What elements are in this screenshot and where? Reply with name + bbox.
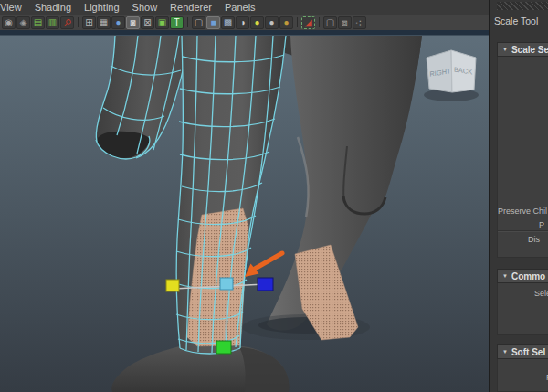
collapse-arrow-icon: ▼ (502, 47, 508, 52)
label-select: Sele (534, 289, 548, 298)
maya-window: ViewShadingLightingShowRendererPanels ◉◈… (0, 0, 548, 392)
select-camera-icon[interactable]: ◉ (2, 16, 16, 29)
menu-view[interactable]: View (0, 0, 28, 15)
frame-cube-icon[interactable]: ⧈ (338, 16, 352, 29)
image-plane-icon[interactable]: ▥ (46, 16, 59, 29)
resolution-gate-icon[interactable]: ● (111, 16, 125, 29)
section-header-soft-select[interactable]: ▼ Soft Sel (497, 344, 548, 359)
field-chart-icon[interactable]: ⊠ (141, 16, 154, 29)
panel-grip-texture[interactable] (497, 2, 548, 10)
light-yellow-sphere-icon[interactable]: ● (250, 16, 264, 29)
menu-renderer[interactable]: Renderer (163, 0, 218, 15)
label-preserve-children: Preserve Chil (498, 207, 547, 216)
manipulator-y-handle[interactable] (216, 341, 231, 354)
pan-hand-icon[interactable]: ◈ (16, 16, 30, 29)
section-body-soft-select: F (497, 359, 548, 392)
menu-panels[interactable]: Panels (218, 0, 262, 15)
collapse-arrow-icon: ▼ (502, 349, 508, 355)
light-gray-sphere-icon[interactable]: ● (265, 16, 279, 29)
checkered-sphere-icon[interactable]: ◑ (236, 16, 249, 29)
viewport-menubar: ViewShadingLightingShowRendererPanels (0, 0, 489, 15)
toolbar-separator (319, 17, 320, 27)
menu-show[interactable]: Show (126, 0, 164, 15)
collapse-arrow-icon: ▼ (502, 273, 508, 279)
section-body-common: Sele (497, 283, 548, 335)
gate-mask-icon[interactable]: ◙ (126, 16, 140, 29)
node-graph-icon[interactable]: ∴ (353, 16, 366, 29)
label-preserve-uvs: P (539, 220, 544, 229)
viewport-toolbar: ◉◈▤▥⚲⊞▦●◙⊠▣T▢■▩◑●●●◢▢⧈∴ (0, 15, 489, 30)
section-header-scale-settings[interactable]: ▼ Scale Se (497, 42, 548, 57)
safe-title-icon[interactable]: T (170, 16, 184, 29)
isolate-select-icon[interactable]: ◢ (301, 16, 315, 29)
toolbar-separator (187, 17, 188, 27)
active-view-highlight (0, 30, 489, 36)
manipulator-z-handle[interactable] (258, 278, 273, 291)
view-cube[interactable]: RIGHT BACK (424, 50, 479, 101)
section-header-common[interactable]: ▼ Commo (497, 269, 548, 283)
textured-cube-icon[interactable]: ▩ (221, 16, 235, 29)
menu-lighting[interactable]: Lighting (78, 0, 126, 15)
section-divider (498, 230, 548, 231)
toolbar-separator (297, 17, 298, 27)
smooth-shade-cube-icon[interactable]: ■ (206, 16, 220, 29)
bookmark-icon[interactable]: ▤ (31, 16, 45, 29)
key-icon[interactable]: ⚲ (60, 16, 74, 29)
tool-settings-panel: Scale Tool ▼ Scale Se Preserve Chil P Di… (489, 0, 548, 392)
label-discrete: Dis (528, 235, 540, 244)
toolbar-separator (78, 17, 79, 27)
light-gold-sphere-icon[interactable]: ● (279, 16, 293, 29)
manipulator-x-handle[interactable] (166, 280, 179, 291)
wireframe-cube-icon[interactable]: ▢ (192, 16, 206, 29)
grid-icon[interactable]: ⊞ (82, 16, 96, 29)
scene-canvas[interactable]: RIGHT BACK (0, 30, 489, 392)
xray-cube-icon[interactable]: ▢ (323, 16, 337, 29)
panel-title: Scale Tool (494, 16, 538, 26)
menu-shading[interactable]: Shading (28, 0, 78, 15)
viewport-3d[interactable]: RIGHT BACK (0, 30, 489, 392)
safe-action-icon[interactable]: ▣ (155, 16, 169, 29)
film-gate-icon[interactable]: ▦ (97, 16, 111, 29)
manipulator-center-handle[interactable] (220, 278, 233, 290)
section-body-scale-settings: Preserve Chil P Dis (497, 57, 548, 258)
